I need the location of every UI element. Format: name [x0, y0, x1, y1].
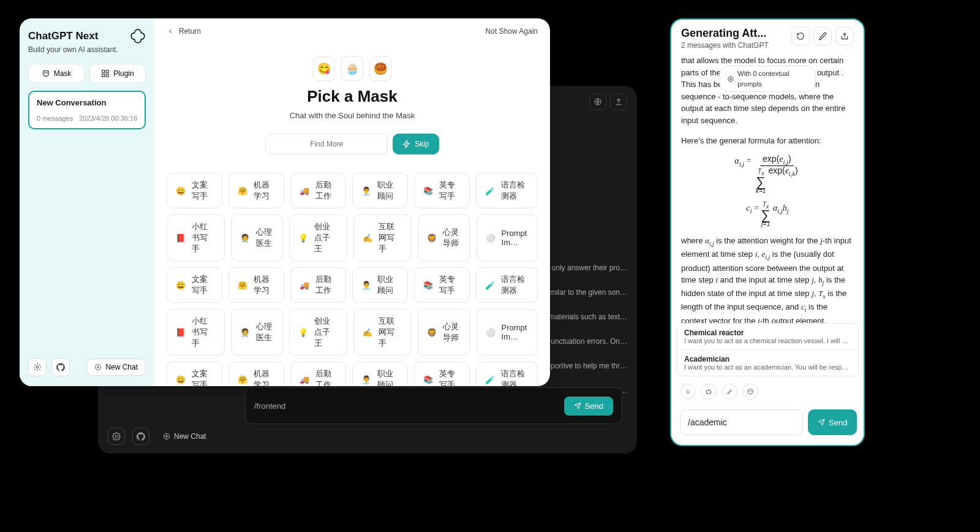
mask-item[interactable]: 😀文案写手 — [167, 173, 222, 208]
mask-emoji-icon: 🤗 — [238, 375, 247, 384]
mask-emoji-icon: 📚 — [423, 281, 433, 290]
mask-item[interactable]: 😀文案写手 — [167, 362, 222, 386]
magic-wand-icon[interactable] — [722, 384, 737, 400]
mask-item[interactable]: 💡创业点子王 — [289, 215, 347, 261]
mask-item[interactable]: 🚚后勤工作 — [290, 362, 346, 386]
settings-icon[interactable] — [28, 358, 47, 376]
mask-item[interactable]: 🧑‍⚕️心理医生 — [231, 215, 284, 261]
mask-emoji-icon: 🚚 — [300, 186, 309, 196]
mask-emoji-icon: 💡 — [298, 234, 308, 243]
mask-icon[interactable] — [742, 384, 758, 400]
featured-mask-icon[interactable]: 🥮 — [369, 56, 391, 81]
svg-point-11 — [730, 78, 732, 80]
mask-emoji-icon: 😀 — [176, 281, 186, 290]
pick-mask-subtitle: Chat with the Soul behind the Mask — [167, 111, 538, 120]
conversation-msg-count: 0 messages — [37, 115, 73, 122]
mask-item[interactable]: 🧑‍⚕️心理医生 — [231, 309, 284, 355]
svg-point-12 — [728, 76, 733, 81]
mask-item[interactable]: 🧪语言检测器 — [476, 173, 538, 208]
mask-item[interactable]: 🧪语言检测器 — [476, 267, 538, 303]
dark-snippet: I only answer their pro… — [537, 264, 627, 272]
mask-item[interactable]: 🦁心灵导师 — [418, 215, 470, 261]
mask-item[interactable]: 📚英专写手 — [414, 267, 470, 303]
settings-icon[interactable] — [108, 428, 125, 445]
mask-emoji-icon: 🧑‍⚕️ — [240, 234, 250, 243]
conversation-card[interactable]: New Conversation 0 messages 2023/4/28 00… — [28, 91, 146, 129]
mask-item[interactable]: 🚚后勤工作 — [290, 173, 346, 208]
new-chat-button[interactable]: New Chat — [86, 359, 146, 376]
dark-chat-input[interactable]: /frontend Send — [245, 387, 622, 424]
mask-item[interactable]: 🤗机器学习 — [228, 362, 284, 386]
contextual-prompts-pill[interactable]: With 0 contextual prompts — [720, 66, 816, 92]
mask-item[interactable]: 📚英专写手 — [414, 362, 470, 386]
mask-emoji-icon: 😀 — [176, 375, 186, 384]
undo-icon[interactable] — [791, 27, 810, 45]
mask-emoji-icon: 🧪 — [485, 281, 495, 290]
share-icon[interactable] — [835, 27, 854, 45]
mask-emoji-icon: 💡 — [298, 328, 308, 337]
mask-item[interactable]: 🚚后勤工作 — [290, 267, 346, 303]
mask-item[interactable]: 📕小红书写手 — [167, 309, 225, 355]
dark-input-value: /frontend — [254, 401, 285, 411]
return-button[interactable]: Return — [167, 27, 201, 36]
mask-label: 创业点子王 — [314, 221, 338, 254]
suggestion-item[interactable]: Chemical reactor I want you to act as a … — [677, 324, 858, 350]
chevrons-down-icon[interactable] — [680, 384, 696, 400]
mask-item[interactable]: ✍️互联网写手 — [353, 309, 412, 355]
mask-item[interactable]: 🧪语言检测器 — [476, 362, 538, 386]
mask-item[interactable]: 💡创业点子王 — [289, 309, 347, 355]
mask-item[interactable]: ⚪Prompt Im… — [477, 309, 538, 355]
mask-emoji-icon: 🤗 — [238, 186, 247, 196]
robot-icon[interactable] — [701, 384, 717, 400]
skip-button[interactable]: Skip — [393, 134, 439, 154]
sidebar: ChatGPT Next Build your own AI assistant… — [20, 18, 154, 386]
dark-send-button[interactable]: Send — [564, 397, 613, 416]
dark-new-chat-button[interactable]: New Chat — [157, 430, 213, 443]
mask-label: 心灵导师 — [443, 321, 461, 343]
mask-item[interactable]: 🤗机器学习 — [228, 267, 284, 303]
message-paragraph: Here's the general formula for attention… — [681, 135, 854, 147]
mask-label: 心理医生 — [256, 227, 274, 249]
edit-icon[interactable] — [813, 27, 832, 45]
mask-item[interactable]: 📚英专写手 — [414, 173, 470, 208]
mask-emoji-icon: 👨‍💼 — [361, 375, 371, 384]
mask-item[interactable]: ⚪Prompt Im… — [477, 215, 538, 261]
plugin-button[interactable]: Plugin — [89, 64, 146, 83]
not-show-again-button[interactable]: Not Show Again — [486, 27, 538, 36]
mask-item[interactable]: ✍️互联网写手 — [353, 215, 412, 261]
pick-mask-title: Pick a Mask — [167, 87, 538, 106]
mask-button[interactable]: Mask — [28, 64, 85, 83]
mask-label: 机器学习 — [254, 368, 275, 386]
mask-item[interactable]: 🦁心灵导师 — [418, 309, 470, 355]
mask-item[interactable]: 👨‍💼职业顾问 — [352, 173, 408, 208]
featured-mask-icon[interactable]: 😋 — [313, 56, 335, 81]
github-icon[interactable] — [51, 358, 70, 376]
mask-label: 英专写手 — [439, 180, 461, 202]
mask-emoji-icon: 📚 — [423, 186, 433, 196]
find-more-input[interactable] — [265, 134, 388, 154]
dark-snippet: pportive to help me thr… — [537, 362, 627, 370]
featured-mask-icon[interactable]: 🧁 — [341, 56, 363, 81]
mask-item[interactable]: 🤗机器学习 — [228, 173, 284, 208]
mask-item[interactable]: 👨‍💼职业顾问 — [352, 267, 408, 303]
mask-label: 机器学习 — [254, 180, 275, 202]
mask-item[interactable]: 😀文案写手 — [167, 267, 222, 303]
upload-icon[interactable] — [610, 93, 627, 110]
svg-point-9 — [36, 366, 39, 368]
conversation-title: New Conversation — [37, 98, 137, 107]
mask-item[interactable]: 👨‍💼职业顾问 — [352, 362, 408, 386]
svg-rect-13 — [707, 390, 711, 393]
mobile-subtitle: 2 messages with ChatGPT — [681, 41, 769, 50]
github-icon[interactable] — [132, 428, 149, 445]
suggestion-item[interactable]: Academician I want you to act as an acad… — [677, 350, 858, 376]
message-paragraph: where αi,j is the attention weight for t… — [681, 235, 854, 323]
mask-item[interactable]: 📕小红书写手 — [167, 215, 225, 261]
mobile-send-button[interactable]: Send — [808, 409, 857, 435]
svg-rect-7 — [102, 74, 105, 77]
mask-label: 英专写手 — [439, 274, 461, 296]
mask-emoji-icon: 📕 — [176, 328, 186, 337]
mask-emoji-icon: 📚 — [423, 375, 433, 384]
mobile-chat-input[interactable] — [680, 409, 803, 435]
app-subtitle: Build your own AI assistant. — [28, 45, 146, 54]
globe-icon[interactable] — [589, 93, 606, 110]
